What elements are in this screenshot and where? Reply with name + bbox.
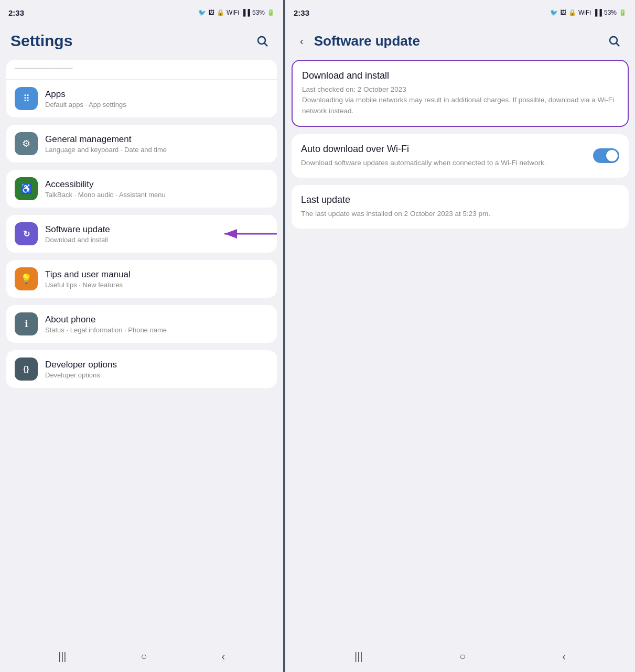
auto-download-toggle[interactable] bbox=[593, 148, 619, 163]
left-nav-back[interactable]: ‹ bbox=[213, 646, 233, 667]
partial-text: ──────────── bbox=[15, 64, 73, 72]
search-icon bbox=[256, 35, 268, 47]
tips-icon: 💡 bbox=[15, 267, 38, 290]
accessibility-title: Accessibility bbox=[45, 179, 268, 190]
settings-item-general[interactable]: ⚙ General management Language and keyboa… bbox=[6, 125, 277, 162]
developer-text: Developer options Developer options bbox=[45, 360, 268, 379]
right-content: Download and install Last checked on: 2 … bbox=[285, 60, 635, 641]
left-page-title: Settings bbox=[10, 32, 72, 50]
auto-download-desc: Download software updates automatically … bbox=[301, 158, 587, 168]
settings-item-accessibility[interactable]: ♿ Accessibility TalkBack · Mono audio · … bbox=[6, 170, 277, 208]
about-subtitle: Status · Legal information · Phone name bbox=[45, 326, 268, 334]
tips-card: 💡 Tips and user manual Useful tips · New… bbox=[6, 260, 277, 298]
right-bottom-nav: ||| ○ ‹ bbox=[285, 641, 635, 672]
battery-icon: 🔋 bbox=[267, 9, 275, 16]
apps-text: Apps Default apps · App settings bbox=[45, 89, 268, 109]
right-nav-recent[interactable]: ||| bbox=[346, 646, 371, 667]
tips-subtitle: Useful tips · New features bbox=[45, 281, 268, 289]
left-battery: 53% bbox=[252, 9, 265, 16]
auto-download-card: Auto download over Wi-Fi Download softwa… bbox=[292, 134, 629, 178]
right-battery: 53% bbox=[604, 9, 617, 16]
settings-list: ──────────── ⠿ Apps Default apps · App s… bbox=[0, 60, 283, 641]
general-title: General management bbox=[45, 134, 268, 145]
image-icon: 🖼 bbox=[208, 9, 214, 16]
tips-title: Tips and user manual bbox=[45, 269, 268, 280]
about-phone-card: ℹ About phone Status · Legal information… bbox=[6, 305, 277, 343]
back-button[interactable]: ‹ bbox=[296, 33, 308, 49]
svg-point-0 bbox=[258, 37, 265, 44]
developer-options-card: {} Developer options Developer options bbox=[6, 350, 277, 388]
right-image-icon: 🖼 bbox=[560, 9, 566, 16]
accessibility-icon: ♿ bbox=[15, 177, 38, 200]
right-status-time: 2:33 bbox=[294, 8, 309, 17]
svg-line-1 bbox=[265, 44, 268, 47]
left-status-time: 2:33 bbox=[8, 8, 24, 17]
right-status-bar: 2:33 🐦 🖼 🔒 WiFi ▐▐ 53% 🔋 bbox=[285, 0, 635, 25]
right-status-icons: 🐦 🖼 🔒 WiFi ▐▐ 53% 🔋 bbox=[550, 9, 627, 16]
right-battery-icon: 🔋 bbox=[619, 9, 627, 16]
left-status-bar: 2:33 🐦 🖼 🔒 WiFi ▐▐ 53% 🔋 bbox=[0, 0, 283, 25]
download-install-title: Download and install bbox=[302, 70, 618, 81]
general-icon: ⚙ bbox=[15, 132, 38, 155]
lock-icon: 🔒 bbox=[217, 9, 224, 16]
settings-item-developer[interactable]: {} Developer options Developer options bbox=[6, 350, 277, 388]
about-icon: ℹ bbox=[15, 312, 38, 335]
settings-item-apps[interactable]: ⠿ Apps Default apps · App settings bbox=[6, 80, 277, 117]
left-status-icons: 🐦 🖼 🔒 WiFi ▐▐ 53% 🔋 bbox=[198, 9, 275, 16]
accessibility-text: Accessibility TalkBack · Mono audio · As… bbox=[45, 179, 268, 199]
developer-icon: {} bbox=[15, 357, 38, 381]
left-panel: 2:33 🐦 🖼 🔒 WiFi ▐▐ 53% 🔋 Settings ──────… bbox=[0, 0, 283, 672]
partial-item: ──────────── bbox=[6, 60, 277, 80]
tips-text: Tips and user manual Useful tips · New f… bbox=[45, 269, 268, 289]
developer-subtitle: Developer options bbox=[45, 371, 268, 379]
right-lock-icon: 🔒 bbox=[568, 9, 576, 16]
right-signal-icon: ▐▐ bbox=[593, 9, 602, 16]
auto-download-row[interactable]: Auto download over Wi-Fi Download softwa… bbox=[292, 134, 629, 178]
download-install-desc: Last checked on: 2 October 2023Downloadi… bbox=[302, 84, 618, 116]
software-update-icon: ↻ bbox=[15, 222, 38, 245]
left-bottom-nav: ||| ○ ‹ bbox=[0, 641, 283, 672]
general-text: General management Language and keyboard… bbox=[45, 134, 268, 154]
about-text: About phone Status · Legal information ·… bbox=[45, 315, 268, 334]
last-update-card: Last update The last update was installe… bbox=[292, 185, 629, 229]
software-update-title: Software update bbox=[45, 224, 268, 235]
about-title: About phone bbox=[45, 315, 268, 325]
apps-subtitle: Default apps · App settings bbox=[45, 101, 268, 109]
toggle-knob bbox=[606, 150, 618, 161]
accessibility-card: ♿ Accessibility TalkBack · Mono audio · … bbox=[6, 170, 277, 208]
right-nav-home[interactable]: ○ bbox=[451, 646, 474, 667]
left-page-header: Settings bbox=[0, 25, 283, 60]
partial-top-card: ──────────── ⠿ Apps Default apps · App s… bbox=[6, 60, 277, 117]
auto-download-title: Auto download over Wi-Fi bbox=[301, 144, 587, 155]
last-update-desc: The last update was installed on 2 Octob… bbox=[301, 209, 619, 219]
signal-icon: ▐▐ bbox=[241, 9, 250, 16]
download-install-card[interactable]: Download and install Last checked on: 2 … bbox=[292, 60, 629, 127]
right-search-button[interactable] bbox=[604, 30, 625, 51]
developer-title: Developer options bbox=[45, 360, 268, 370]
accessibility-subtitle: TalkBack · Mono audio · Assistant menu bbox=[45, 191, 268, 199]
settings-item-about[interactable]: ℹ About phone Status · Legal information… bbox=[6, 305, 277, 343]
auto-download-text: Auto download over Wi-Fi Download softwa… bbox=[301, 144, 587, 168]
apps-icon: ⠿ bbox=[15, 87, 38, 110]
apps-title: Apps bbox=[45, 89, 268, 100]
general-management-card: ⚙ General management Language and keyboa… bbox=[6, 125, 277, 162]
last-update-title: Last update bbox=[301, 194, 619, 205]
settings-item-tips[interactable]: 💡 Tips and user manual Useful tips · New… bbox=[6, 260, 277, 298]
software-update-subtitle: Download and install bbox=[45, 236, 268, 244]
svg-point-3 bbox=[610, 37, 617, 44]
right-search-icon bbox=[608, 35, 620, 47]
software-update-text: Software update Download and install bbox=[45, 224, 268, 244]
settings-item-software-update[interactable]: ↻ Software update Download and install bbox=[6, 215, 277, 253]
right-wifi-icon: WiFi bbox=[578, 9, 591, 16]
wifi-icon: WiFi bbox=[227, 9, 239, 16]
left-nav-recent[interactable]: ||| bbox=[50, 646, 75, 667]
last-update-item: Last update The last update was installe… bbox=[292, 185, 629, 229]
download-install-item[interactable]: Download and install Last checked on: 2 … bbox=[293, 61, 628, 126]
left-nav-home[interactable]: ○ bbox=[132, 646, 155, 667]
left-search-button[interactable] bbox=[252, 30, 273, 51]
right-page-header: ‹ Software update bbox=[285, 25, 635, 60]
right-notification-icon: 🐦 bbox=[550, 9, 558, 16]
right-nav-back[interactable]: ‹ bbox=[554, 646, 574, 667]
right-panel: 2:33 🐦 🖼 🔒 WiFi ▐▐ 53% 🔋 ‹ Software upda… bbox=[283, 0, 635, 672]
right-page-title: Software update bbox=[314, 33, 597, 49]
